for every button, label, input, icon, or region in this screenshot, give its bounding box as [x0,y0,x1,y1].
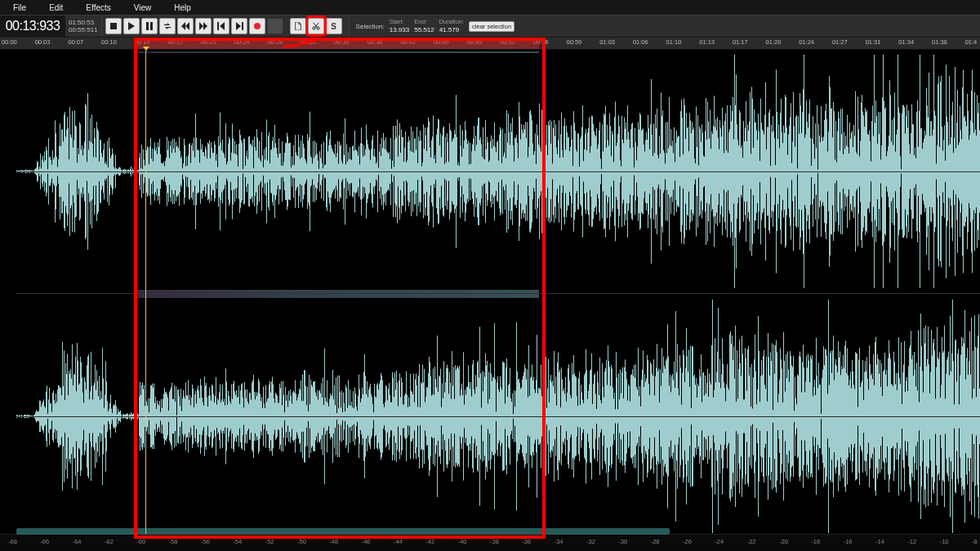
loop-icon [163,22,172,30]
selection-start: Start: 13.933 [390,18,409,34]
timecode-side: 01:50:53 00:55:511 [65,16,102,37]
db-tick: -14 [875,538,884,545]
selection-end: End: 55.512 [414,18,434,34]
clear-selection-button[interactable]: clear selection [469,21,514,32]
skip-end-button[interactable] [231,18,247,34]
db-tick: -36 [522,538,531,545]
svg-rect-8 [217,22,219,30]
timecode-main: 00:13:933 [0,16,65,37]
db-tick: -10 [940,538,949,545]
menu-edit[interactable]: Edit [49,3,63,12]
db-tick: -44 [394,538,403,545]
db-tick: -52 [265,538,274,545]
db-tick: -48 [329,538,338,545]
db-tick: -38 [490,538,499,545]
db-tick: -58 [169,538,178,545]
loop-button[interactable] [159,18,176,34]
db-tick: -12 [907,538,916,545]
record-icon [254,23,261,29]
db-tick: -68 [8,538,17,545]
db-tick: -42 [425,538,434,545]
scissors-icon [312,22,320,30]
svg-marker-5 [185,22,189,30]
playhead[interactable] [145,50,146,534]
selection-dur: Duration: 41.579 [439,18,464,34]
newfile-button[interactable] [290,18,306,34]
selection-dur-value: 41.579 [439,26,459,34]
app-root: File Edit Effects View Help 00:13:933 01… [0,0,980,551]
selection-start-value: 13.933 [390,26,409,34]
db-tick: -46 [362,538,371,545]
timecode-aux1: 01:50:53 [69,19,98,26]
svg-rect-2 [146,22,149,30]
db-tick: -22 [747,538,756,545]
db-tick: -30 [618,538,627,545]
record-button[interactable] [249,18,265,34]
db-tick: -20 [779,538,788,545]
disabled-button [267,18,283,34]
db-tick: -24 [715,538,724,545]
play-icon [127,22,136,30]
svg-marker-7 [203,22,207,30]
svg-marker-4 [181,22,185,30]
selection-start-label: Start: [390,18,404,26]
menu-view[interactable]: View [134,3,152,12]
db-tick: -56 [201,538,210,545]
fastforward-icon [199,22,207,30]
stop-button[interactable] [105,18,122,34]
db-tick: -50 [297,538,306,545]
db-tick: -34 [555,538,564,545]
transport-buttons: S [102,18,342,34]
db-tick: -64 [73,538,82,545]
toolbar: 00:13:933 01:50:53 00:55:511 [0,15,980,38]
play-button[interactable] [123,18,140,34]
selection-end-value: 55.512 [414,26,434,34]
skip-start-icon [217,22,225,30]
db-tick: -8 [972,538,978,545]
selection-end-label: End: [414,18,426,26]
selection-dur-label: Duration: [439,18,464,26]
rewind-button[interactable] [177,18,194,34]
selection-label: Selection: [356,23,385,30]
rewind-icon [181,22,189,30]
s-button[interactable]: S [326,18,342,34]
svg-rect-3 [150,22,153,30]
selection-panel: Selection: Start: 13.933 End: 55.512 Dur… [349,16,514,37]
pause-button[interactable] [141,18,158,34]
svg-marker-1 [128,22,135,30]
svg-marker-6 [199,22,203,30]
svg-marker-9 [220,22,225,30]
fastforward-button[interactable] [195,18,212,34]
menubar: File Edit Effects View Help [0,0,980,15]
menu-file[interactable]: File [13,3,26,12]
svg-marker-10 [236,22,241,30]
svg-rect-0 [110,23,117,29]
waveform-area[interactable] [0,50,980,534]
menu-effects[interactable]: Effects [86,3,110,12]
db-tick: -32 [586,538,595,545]
skip-start-button[interactable] [213,18,229,34]
skip-end-icon [235,22,243,30]
menu-help[interactable]: Help [174,3,191,12]
db-tick: -40 [458,538,467,545]
svg-rect-11 [242,22,243,30]
s-icon: S [331,22,336,31]
db-tick: -16 [844,538,853,545]
db-tick: -54 [233,538,242,545]
db-tick: -66 [40,538,49,545]
db-tick: -18 [811,538,820,545]
pause-icon [145,22,154,30]
newfile-icon [294,22,302,30]
cut-button[interactable] [308,18,324,34]
stop-icon [109,22,118,30]
db-tick: -60 [136,538,145,545]
db-tick: -62 [105,538,114,545]
db-tick: -26 [683,538,692,545]
db-tick: -28 [651,538,660,545]
timecode-aux2: 00:55:511 [69,26,98,33]
annotation-selection-box [134,38,546,539]
